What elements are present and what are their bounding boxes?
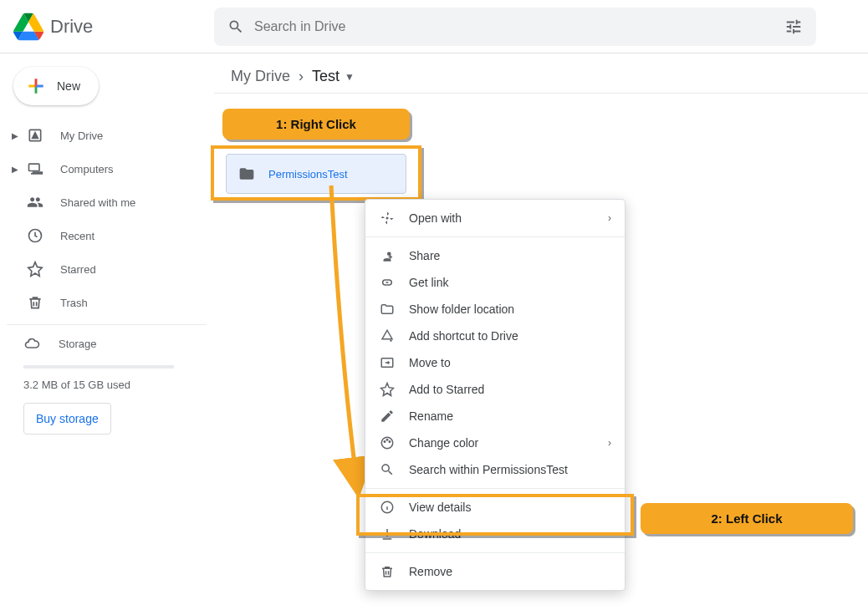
nav-storage[interactable]: Storage xyxy=(23,335,190,352)
breadcrumb: My Drive › Test ▼ xyxy=(214,53,868,94)
divider xyxy=(365,236,625,237)
caret-down-icon: ▼ xyxy=(345,71,355,83)
nav-recent[interactable]: Recent xyxy=(7,219,207,252)
drive-icon xyxy=(25,127,45,144)
cm-show-location[interactable]: Show folder location xyxy=(365,296,625,323)
nav-label: Computers xyxy=(60,163,114,175)
nav-trash[interactable]: Trash xyxy=(7,286,207,319)
storage-section: Storage 3.2 MB of 15 GB used Buy storage xyxy=(7,324,207,445)
storage-label: Storage xyxy=(59,338,97,350)
nav-label: Trash xyxy=(60,297,88,309)
cm-label: Rename xyxy=(409,409,453,423)
star-icon xyxy=(25,261,45,277)
open-with-icon xyxy=(379,211,396,226)
cm-label: Open with xyxy=(409,211,608,225)
pencil-icon xyxy=(379,409,396,424)
cm-label: Add to Starred xyxy=(409,383,484,396)
svg-point-7 xyxy=(386,440,388,441)
nav-starred[interactable]: Starred xyxy=(7,252,207,286)
nav-label: Shared with me xyxy=(60,196,135,209)
divider xyxy=(365,552,625,553)
search-icon xyxy=(379,462,396,477)
nav-label: Starred xyxy=(60,263,96,276)
chevron-right-icon: › xyxy=(299,68,304,85)
cm-add-shortcut[interactable]: Add shortcut to Drive xyxy=(365,323,625,349)
cm-add-starred[interactable]: Add to Starred xyxy=(365,376,625,403)
folder-icon xyxy=(238,165,255,182)
chevron-right-icon: › xyxy=(608,437,611,449)
cm-share[interactable]: Share xyxy=(365,242,625,269)
breadcrumb-root[interactable]: My Drive xyxy=(231,68,290,85)
cm-search-within[interactable]: Search within PermissionsTest xyxy=(365,456,625,483)
svg-point-6 xyxy=(384,441,385,443)
star-icon xyxy=(379,382,396,397)
tune-icon[interactable] xyxy=(784,18,803,36)
svg-point-8 xyxy=(389,441,391,443)
plus-icon xyxy=(25,75,47,97)
people-icon xyxy=(25,194,45,211)
search-bar[interactable] xyxy=(214,8,816,46)
cm-label: Show folder location xyxy=(409,302,514,316)
drive-logo-icon xyxy=(13,12,43,42)
breadcrumb-current[interactable]: Test ▼ xyxy=(312,68,355,85)
svg-point-3 xyxy=(386,217,389,220)
trash-icon xyxy=(379,564,396,579)
cloud-icon xyxy=(23,335,43,352)
cm-label: Search within PermissionsTest xyxy=(409,463,568,476)
annotation-step1: 1: Right Click xyxy=(222,109,410,140)
annotation-step2: 2: Left Click xyxy=(641,503,853,534)
cm-rename[interactable]: Rename xyxy=(365,403,625,430)
folder-chip[interactable]: PermissionsTest xyxy=(226,154,406,194)
nav-computers[interactable]: ▶ Computers xyxy=(7,152,207,186)
cm-label: Get link xyxy=(409,276,448,289)
shortcut-icon xyxy=(379,328,396,343)
chevron-right-icon: ▶ xyxy=(12,165,22,174)
cm-label: Remove xyxy=(409,565,452,578)
cm-open-with[interactable]: Open with › xyxy=(365,205,625,231)
palette-icon xyxy=(379,435,396,450)
new-button-label: New xyxy=(57,79,80,93)
content-area: 1: Right Click PermissionsTest Open with… xyxy=(214,94,868,127)
cm-label: Move to xyxy=(409,356,451,369)
nav-label: Recent xyxy=(60,230,94,242)
storage-progress-bar xyxy=(23,365,174,369)
folder-icon xyxy=(379,302,396,317)
clock-icon xyxy=(25,227,45,244)
chevron-right-icon: › xyxy=(608,212,611,224)
cm-move-to[interactable]: Move to xyxy=(365,349,625,376)
nav-list: ▶ My Drive ▶ Computers Shared with me Re… xyxy=(7,119,207,319)
cm-remove[interactable]: Remove xyxy=(365,558,625,585)
cm-label: Change color xyxy=(409,436,608,450)
logo-area[interactable]: Drive xyxy=(13,12,214,42)
main-area: My Drive › Test ▼ 1: Right Click Permiss… xyxy=(214,53,868,610)
trash-icon xyxy=(25,294,45,311)
folder-chip-label: PermissionsTest xyxy=(268,168,348,180)
search-icon xyxy=(227,18,244,35)
nav-shared[interactable]: Shared with me xyxy=(7,186,207,219)
storage-usage-text: 3.2 MB of 15 GB used xyxy=(23,379,190,391)
search-input[interactable] xyxy=(254,19,784,34)
new-button[interactable]: New xyxy=(13,67,99,105)
computers-icon xyxy=(25,160,45,177)
chevron-right-icon: ▶ xyxy=(12,131,22,140)
breadcrumb-current-label: Test xyxy=(312,68,340,85)
svg-rect-1 xyxy=(29,164,40,170)
cm-label: Share xyxy=(409,249,440,262)
cm-label: Add shortcut to Drive xyxy=(409,329,518,343)
cm-get-link[interactable]: Get link xyxy=(365,269,625,296)
divider xyxy=(365,488,625,489)
nav-label: My Drive xyxy=(60,130,103,142)
app-name: Drive xyxy=(50,16,93,38)
header: Drive xyxy=(0,0,868,53)
share-icon xyxy=(379,248,396,263)
link-icon xyxy=(379,275,396,290)
nav-my-drive[interactable]: ▶ My Drive xyxy=(7,119,207,152)
highlight-box-2 xyxy=(356,494,634,536)
buy-storage-button[interactable]: Buy storage xyxy=(23,403,111,435)
sidebar: New ▶ My Drive ▶ Computers Shared with m… xyxy=(0,53,214,610)
cm-change-color[interactable]: Change color › xyxy=(365,430,625,456)
move-icon xyxy=(379,355,396,370)
